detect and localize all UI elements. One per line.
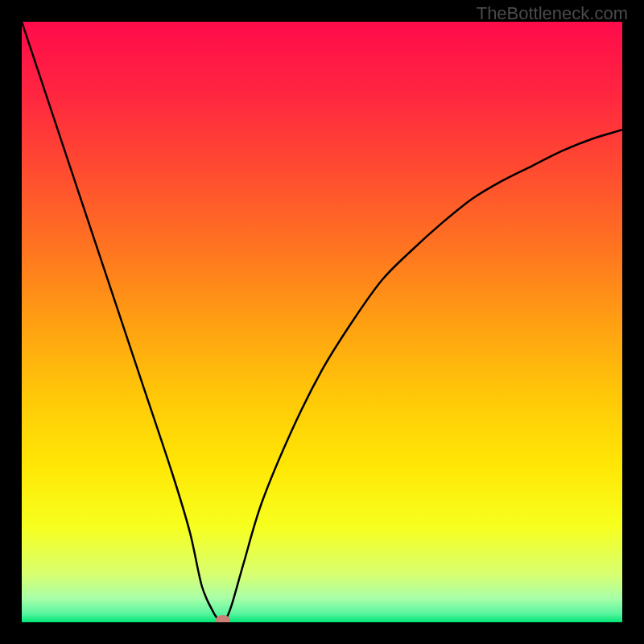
watermark-text: TheBottleneck.com [477, 3, 628, 24]
chart-svg [22, 22, 622, 622]
chart-plot-area [22, 22, 622, 622]
gradient-background [22, 22, 622, 622]
